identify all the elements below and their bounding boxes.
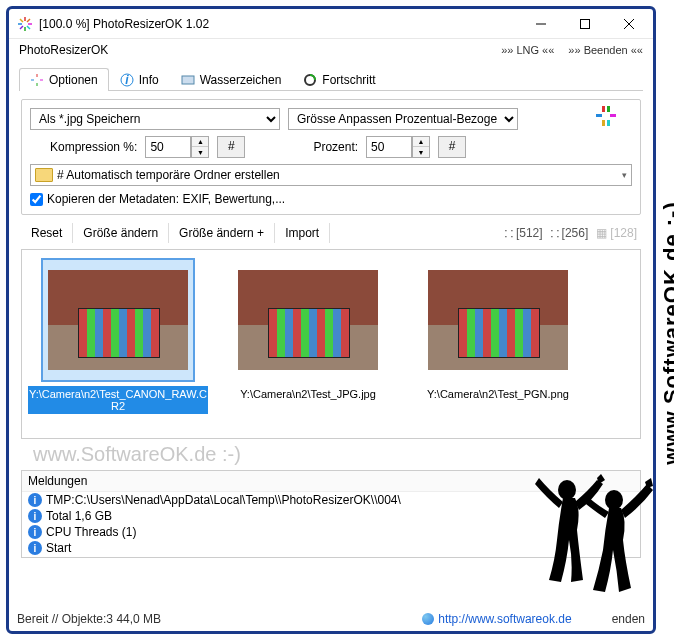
hash-button-1[interactable]: # — [217, 136, 245, 158]
svg-rect-9 — [581, 19, 590, 28]
tab-info[interactable]: i Info — [109, 68, 170, 91]
tab-label: Wasserzeichen — [200, 73, 282, 87]
globe-icon — [422, 613, 434, 625]
app-icon — [17, 16, 33, 32]
svg-rect-24 — [610, 114, 616, 117]
tab-label: Info — [139, 73, 159, 87]
prozent-spinner[interactable]: ▲▼ — [412, 136, 430, 158]
info-icon: i — [28, 525, 42, 539]
maximize-button[interactable] — [563, 10, 607, 38]
statusbar: Bereit // Objekte:3 44,0 MB http://www.s… — [17, 609, 645, 629]
status-left: Bereit // Objekte:3 44,0 MB — [17, 612, 161, 626]
folder-icon — [35, 168, 53, 182]
svg-point-27 — [558, 480, 576, 500]
resize-mode-select[interactable]: Grösse Anpassen Prozentual-Bezoge — [288, 108, 518, 130]
svg-rect-26 — [607, 120, 610, 126]
svg-line-5 — [27, 26, 30, 29]
folder-select[interactable]: # Automatisch temporäre Ordner erstellen… — [30, 164, 632, 186]
svg-rect-22 — [607, 106, 610, 112]
status-url[interactable]: http://www.softwareok.de — [422, 612, 571, 626]
tab-optionen[interactable]: Optionen — [19, 68, 109, 91]
svg-line-7 — [20, 26, 23, 29]
kompression-input[interactable] — [145, 136, 191, 158]
dancers-silhouette — [519, 460, 659, 600]
tab-label: Fortschritt — [322, 73, 375, 87]
thumbnail-label: Y:\Camera\n2\Test_JPG.jpg — [218, 386, 398, 402]
svg-point-28 — [605, 490, 623, 510]
svg-text:i: i — [125, 73, 129, 87]
action-toolbar: Reset Größe ändern Größe ändern + Import… — [21, 223, 641, 243]
window-title: [100.0 %] PhotoResizerOK 1.02 — [39, 17, 519, 31]
svg-rect-21 — [602, 106, 605, 112]
copy-metadata-checkbox[interactable] — [30, 193, 43, 206]
svg-line-4 — [20, 19, 23, 22]
kompression-spinner[interactable]: ▲▼ — [191, 136, 209, 158]
titlebar: [100.0 %] PhotoResizerOK 1.02 — [9, 9, 653, 39]
tab-wasserzeichen[interactable]: Wasserzeichen — [170, 68, 293, 91]
thumbnail-area: Y:\Camera\n2\Test_CANON_RAW.CR2 Y:\Camer… — [21, 249, 641, 439]
tab-label: Optionen — [49, 73, 98, 87]
thumbnail-item[interactable]: Y:\Camera\n2\Test_PGN.png — [408, 260, 588, 428]
side-watermark: www.SoftwareOK.de :-) — [659, 201, 674, 464]
tabs: Optionen i Info Wasserzeichen Fortschrit… — [19, 67, 643, 91]
size-128-button[interactable]: ▦[128] — [592, 226, 641, 240]
reset-button[interactable]: Reset — [21, 223, 73, 243]
thumbnail-image — [48, 270, 188, 370]
info-icon: i — [28, 541, 42, 555]
svg-rect-18 — [182, 76, 194, 84]
beenden-menu[interactable]: »» Beenden «« — [568, 44, 643, 56]
minimize-button[interactable] — [519, 10, 563, 38]
app-name-label: PhotoResizerOK — [19, 43, 108, 57]
status-right: enden — [612, 612, 645, 626]
svg-rect-23 — [596, 114, 602, 117]
copy-metadata-label: Kopieren der Metadaten: EXIF, Bewertung,… — [47, 192, 285, 206]
colorful-icon[interactable] — [592, 104, 620, 131]
thumbnail-label: Y:\Camera\n2\Test_PGN.png — [408, 386, 588, 402]
import-button[interactable]: Import — [275, 223, 330, 243]
hash-button-2[interactable]: # — [438, 136, 466, 158]
prozent-label: Prozent: — [313, 140, 358, 154]
chevron-down-icon: ▾ — [622, 170, 627, 180]
menubar: PhotoResizerOK »» LNG «« »» Beenden «« — [9, 39, 653, 61]
watermark-icon — [181, 73, 195, 87]
prozent-input[interactable] — [366, 136, 412, 158]
thumbnail-item[interactable]: Y:\Camera\n2\Test_JPG.jpg — [218, 260, 398, 428]
save-as-select[interactable]: Als *.jpg Speichern — [30, 108, 280, 130]
thumbnail-item[interactable]: Y:\Camera\n2\Test_CANON_RAW.CR2 — [28, 260, 208, 428]
progress-icon — [303, 73, 317, 87]
lng-menu[interactable]: »» LNG «« — [501, 44, 554, 56]
svg-line-6 — [27, 19, 30, 22]
svg-rect-25 — [602, 120, 605, 126]
size-512-button[interactable]: ⸬[512] — [501, 226, 547, 240]
folder-text: # Automatisch temporäre Ordner erstellen — [57, 168, 280, 182]
options-panel: Als *.jpg Speichern Grösse Anpassen Proz… — [21, 99, 641, 215]
resize-plus-button[interactable]: Größe ändern + — [169, 223, 275, 243]
thumbnail-image — [238, 270, 378, 370]
info-icon: i — [28, 509, 42, 523]
resize-button[interactable]: Größe ändern — [73, 223, 169, 243]
options-icon — [30, 73, 44, 87]
thumbnail-label: Y:\Camera\n2\Test_CANON_RAW.CR2 — [28, 386, 208, 414]
info-icon: i — [120, 73, 134, 87]
info-icon: i — [28, 493, 42, 507]
close-button[interactable] — [607, 10, 651, 38]
size-256-button[interactable]: ⸬[256] — [547, 226, 593, 240]
thumbnail-image — [428, 270, 568, 370]
tab-fortschritt[interactable]: Fortschritt — [292, 68, 386, 91]
kompression-label: Kompression %: — [50, 140, 137, 154]
